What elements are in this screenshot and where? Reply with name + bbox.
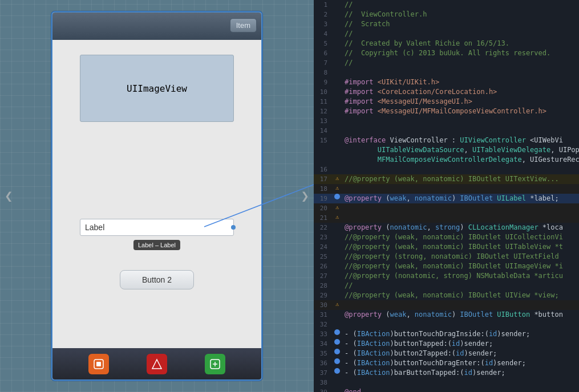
svg-rect-1 [96, 362, 101, 366]
line-content: //@property (weak, nonatomic) IBOutlet U… [342, 262, 579, 271]
simulator-panel: ❮ ▮▮▮ Item UIImageView Label Label – Lab… [0, 0, 314, 392]
breakpoint-dot [334, 339, 340, 345]
line-number: 16 [314, 165, 332, 174]
line-number: 35 [314, 349, 332, 358]
line-gutter [332, 339, 342, 345]
label-tooltip: Label – Label [133, 240, 180, 250]
line-gutter [332, 358, 342, 364]
line-content: - (IBAction)barButtonTapped:(id)sender; [342, 368, 579, 378]
breakpoint-dot [334, 329, 340, 335]
line-content: - (IBAction)buttonTapped:(id)sender; [342, 339, 579, 349]
line-number: 7 [314, 58, 332, 68]
line-number: 8 [314, 68, 332, 77]
iphone-frame: ▮▮▮ Item UIImageView Label Label – Label… [51, 11, 262, 381]
line-number: 2 [314, 10, 332, 19]
line-number: 38 [314, 378, 332, 387]
line-content: - (IBAction)buttonTouchDragInside:(id)se… [342, 329, 579, 339]
line-number: 31 [314, 310, 332, 320]
line-content: - (IBAction)buttonTouchDragEnter:(id)sen… [342, 358, 579, 368]
iphone-screen: UIImageView Label Label – Label Button 2 [52, 40, 261, 348]
line-content: #import <UIKit/UIKit.h> [342, 77, 579, 87]
line-content: @property (weak, nonatomic) IBOutlet UIL… [342, 194, 579, 203]
line-gutter [332, 349, 342, 354]
line-content: @property (weak, nonatomic) IBOutlet UIB… [342, 310, 579, 320]
arrow-right-icon[interactable]: ❯ [301, 188, 309, 204]
label-text: Label [85, 223, 104, 232]
line-content: // Copyright (c) 2013 buUuk. All rights … [342, 48, 579, 58]
line-content: // [342, 0, 579, 10]
line-content: @end [342, 387, 579, 392]
line-content: // [342, 29, 579, 39]
toolbar-icon-green[interactable] [205, 354, 225, 374]
line-number: 33 [314, 329, 332, 339]
code-editor-panel: 1//2// ViewController.h3// Scratch4//5//… [314, 0, 579, 392]
line-content: //@property (weak, nonatomic) IBOutlet U… [342, 232, 579, 242]
line-content: // Scratch [342, 19, 579, 29]
warning-icon: ⚠ [334, 174, 341, 181]
line-number: 9 [314, 77, 332, 87]
line-number: 6 [314, 48, 332, 58]
line-content: // ViewController.h [342, 10, 579, 19]
line-number: 3 [314, 19, 332, 29]
line-content: #import <MessageUI/MFMailComposeViewCont… [342, 107, 579, 116]
breakpoint-dot [334, 194, 340, 199]
breakpoint-dot [334, 349, 340, 354]
nav-bar-item-button[interactable]: Item [230, 18, 257, 32]
line-gutter: ⚠ [332, 213, 342, 220]
line-number: 19 [314, 194, 332, 203]
line-number: 37 [314, 368, 332, 378]
line-gutter: ⚠ [332, 174, 342, 181]
line-number: 24 [314, 242, 332, 252]
warning-icon: ⚠ [334, 203, 341, 210]
code-editor: 1//2// ViewController.h3// Scratch4//5//… [314, 0, 579, 392]
ui-image-view: UIImageView [80, 55, 234, 122]
label-field[interactable]: Label Label – Label [80, 219, 234, 236]
line-gutter [332, 194, 342, 199]
line-number: 13 [314, 116, 332, 126]
line-number: 39 [314, 387, 332, 392]
toolbar-icon-red[interactable] [147, 354, 167, 374]
line-number: 18 [314, 184, 332, 194]
connector-dot [231, 225, 236, 230]
line-content: //@property (nonatomic, strong) NSMutabl… [342, 271, 579, 281]
line-number: 34 [314, 339, 332, 349]
line-content: MFMailComposeViewControllerDelegate, UIG… [342, 155, 579, 165]
line-number: 11 [314, 97, 332, 107]
line-number: 4 [314, 29, 332, 39]
line-content: // [342, 58, 579, 68]
code-lines-container: 1//2// ViewController.h3// Scratch4//5//… [314, 0, 579, 392]
line-content: #import <CoreLocation/CoreLocation.h> [342, 87, 579, 97]
image-view-label: UIImageView [127, 83, 187, 94]
line-number: 15 [314, 136, 332, 145]
line-number: 5 [314, 39, 332, 48]
bottom-toolbar [52, 348, 261, 379]
warning-icon: ⚠ [334, 300, 341, 307]
navigation-bar: ▮▮▮ Item [52, 13, 261, 40]
line-gutter: ⚠ [332, 300, 342, 307]
line-gutter [332, 329, 342, 335]
toolbar-icon-orange[interactable] [88, 354, 109, 374]
line-number: 22 [314, 223, 332, 232]
line-number: 25 [314, 252, 332, 262]
line-content: //@property (weak, nonatomic) IBOutlet U… [342, 291, 579, 300]
line-content: //@property (strong, nonatomic) IBOutlet… [342, 252, 579, 262]
line-content: // [342, 281, 579, 291]
line-number: 32 [314, 320, 332, 329]
svg-marker-2 [152, 360, 161, 369]
line-content: UITableViewDataSource, UITableViewDelega… [342, 145, 579, 155]
line-content: @property (nonatomic, strong) CLLocation… [342, 223, 579, 232]
line-gutter: ⚠ [332, 203, 342, 210]
line-gutter: ⚠ [332, 184, 342, 191]
line-content: //@property (weak, nonatomic) IBOutlet U… [342, 242, 579, 252]
line-number: 1 [314, 0, 332, 10]
button2[interactable]: Button 2 [120, 270, 194, 289]
line-number: 17 [314, 174, 332, 184]
line-number: 29 [314, 291, 332, 300]
line-number: 23 [314, 232, 332, 242]
arrow-left-icon[interactable]: ❮ [5, 188, 13, 204]
line-content: @interface ViewController : UIViewContro… [342, 136, 579, 145]
warning-icon: ⚠ [334, 184, 341, 191]
line-gutter [332, 368, 342, 374]
line-number: 10 [314, 87, 332, 97]
button2-label: Button 2 [142, 275, 172, 284]
